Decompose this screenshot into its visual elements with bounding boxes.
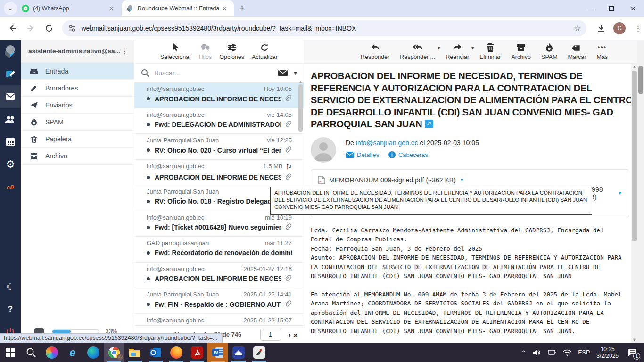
bookmark-star-icon[interactable]: ☆: [574, 24, 581, 33]
message-row[interactable]: info@sanjuan.gob.ec2025-01-27 12:16 APRO…: [134, 263, 304, 288]
cpanel-icon[interactable]: cP: [0, 176, 21, 198]
firefox-button[interactable]: [166, 343, 187, 362]
from-line: De info@sanjuan.gob.ec el 2025-02-03 10:…: [346, 139, 479, 147]
info-icon: [388, 151, 396, 158]
url-text[interactable]: webmail.sanjuan.gob.ec/cpsess9515392480/…: [81, 25, 574, 32]
window-restore-button[interactable]: [601, 6, 622, 11]
file-explorer-button[interactable]: [124, 343, 145, 362]
from-email-link[interactable]: info@sanjuan.gob.ec: [356, 139, 418, 147]
dark-mode-moon-icon[interactable]: ☾: [0, 275, 21, 298]
attachment-item[interactable]: A MEMORANDUM 009-signed.pdf (~362 KB) ▼: [318, 173, 622, 187]
folder-enviados[interactable]: Enviados: [21, 97, 134, 114]
threads-button[interactable]: Hilos: [198, 42, 212, 61]
word-button[interactable]: W: [207, 343, 228, 362]
message-row[interactable]: info@sanjuan.gob.ec1.5 MB⚐ APROBACION DE…: [134, 160, 304, 186]
trash-icon: [29, 134, 39, 144]
window-minimize-button[interactable]: —: [579, 5, 601, 12]
attachment-menu-caret-icon[interactable]: ▼: [618, 190, 622, 196]
settings-gear-icon[interactable]: ⚙: [0, 153, 21, 176]
more-button[interactable]: ••• Más: [596, 42, 608, 61]
scanner-app-button[interactable]: [228, 343, 249, 362]
internet-explorer-button[interactable]: e: [62, 343, 83, 362]
profile-avatar[interactable]: G: [613, 22, 626, 34]
contacts-icon[interactable]: [0, 108, 21, 131]
tab-close-icon[interactable]: ✕: [107, 5, 116, 12]
reply-button[interactable]: Responder: [361, 42, 389, 61]
last-page-button[interactable]: »: [294, 330, 297, 338]
tab-whatsapp[interactable]: (4) WhatsApp ✕: [17, 0, 121, 16]
mark-button[interactable]: Marcar: [568, 42, 586, 61]
message-row[interactable]: Junta Parroquial San Juanvie 12:25 RV: O…: [134, 134, 304, 160]
cortana-button[interactable]: [41, 343, 62, 362]
imagej-app-button[interactable]: [249, 343, 270, 362]
refresh-button[interactable]: Actualizar: [252, 42, 278, 61]
downloads-icon[interactable]: [595, 22, 607, 34]
account-menu-icon[interactable]: ⋮: [121, 47, 129, 56]
edge-button[interactable]: [83, 343, 104, 362]
select-button[interactable]: Seleccionar: [160, 42, 191, 61]
display-icon[interactable]: [548, 349, 556, 356]
reply-icon: [370, 42, 380, 53]
message-row[interactable]: info@sanjuan.gob.ecvie 14:05 Fwd: DELEGA…: [134, 108, 304, 134]
outlook-button[interactable]: [145, 343, 166, 362]
calendar-icon[interactable]: [0, 131, 21, 153]
tab-close-icon[interactable]: ✕: [220, 5, 229, 12]
tab-roundcube[interactable]: Roundcube Webmail :: Entrada ✕: [122, 0, 234, 16]
page-input[interactable]: [260, 329, 281, 341]
message-row[interactable]: info@sanjuan.gob.ec2025-01-22 15:07: [134, 314, 304, 326]
browser-menu-icon[interactable]: ⋮: [632, 22, 644, 34]
search-input[interactable]: [154, 69, 278, 77]
chrome-button[interactable]: G: [104, 343, 124, 362]
window-close-button[interactable]: ✕: [622, 5, 644, 12]
back-icon[interactable]: [7, 22, 18, 34]
reload-icon[interactable]: [43, 22, 55, 34]
delete-button[interactable]: Eliminar: [479, 42, 501, 61]
acrobat-button[interactable]: [187, 343, 207, 362]
attachment-menu-caret-icon[interactable]: ▼: [460, 177, 464, 182]
mail-scrollbar[interactable]: ▲ ▼: [631, 64, 637, 343]
search-scope-mail-icon[interactable]: [278, 69, 288, 77]
folder-spam[interactable]: SPAM: [21, 114, 134, 131]
message-row[interactable]: GAD parroquiasanjuanmar 11:27 Fwd: Recor…: [134, 237, 304, 263]
taskbar-search-button[interactable]: [21, 343, 41, 362]
site-settings-icon[interactable]: [68, 24, 76, 33]
folder-archivo[interactable]: Archivo: [21, 148, 134, 165]
forward-icon[interactable]: [25, 22, 37, 34]
mail-module-icon[interactable]: [0, 85, 21, 108]
message-row[interactable]: info@sanjuan.gob.ecHoy 10:05 APROBACION …: [134, 82, 304, 108]
search-options-chevron-icon[interactable]: ▼: [293, 70, 298, 76]
folder-entrada[interactable]: Entrada: [21, 63, 134, 80]
tray-chevron-icon[interactable]: ⌃: [521, 349, 526, 356]
details-link[interactable]: Detalles: [346, 151, 379, 158]
headers-link[interactable]: Cabeceras: [388, 151, 428, 158]
next-page-button[interactable]: ›: [289, 330, 291, 338]
tab-search-chevron-icon[interactable]: ⌄: [4, 2, 17, 15]
new-tab-button[interactable]: +: [239, 3, 245, 14]
language-indicator[interactable]: ESP: [578, 349, 590, 356]
reply-all-caret-icon[interactable]: ▼: [437, 46, 441, 51]
unread-dot: [147, 303, 150, 306]
compose-icon[interactable]: [0, 63, 21, 85]
message-row[interactable]: Junta Parroquial San Juan2025-01-25 14:4…: [134, 288, 304, 314]
start-button[interactable]: [0, 343, 21, 362]
page-scrollbar[interactable]: [637, 40, 644, 343]
help-icon[interactable]: ?: [0, 298, 21, 321]
taskbar-clock[interactable]: 10:25 3/2/2025: [596, 346, 619, 359]
wifi-icon[interactable]: [563, 349, 571, 356]
archive-button[interactable]: Archivo: [511, 42, 531, 61]
forward-caret-icon[interactable]: ▼: [471, 46, 475, 51]
scroll-up-arrow[interactable]: ▲: [298, 80, 303, 84]
unread-dot: [147, 97, 150, 100]
folder-borradores[interactable]: Borradores: [21, 80, 134, 97]
folder-papelera[interactable]: Papelera: [21, 131, 134, 148]
volume-icon[interactable]: [533, 349, 541, 356]
reply-all-button[interactable]: Responder ... ▼: [400, 42, 435, 61]
spam-button[interactable]: SPAM: [541, 42, 558, 61]
url-bar[interactable]: webmail.sanjuan.gob.ec/cpsess9515392480/…: [62, 20, 586, 36]
forward-button[interactable]: Reenviar ▼: [446, 42, 469, 61]
options-button[interactable]: Opciones: [219, 42, 244, 61]
action-center-icon[interactable]: 1: [625, 346, 639, 360]
browser-navbar: webmail.sanjuan.gob.ec/cpsess9515392480/…: [0, 17, 644, 40]
external-link-icon[interactable]: [425, 120, 433, 128]
flag-icon[interactable]: ⚐: [286, 163, 292, 171]
